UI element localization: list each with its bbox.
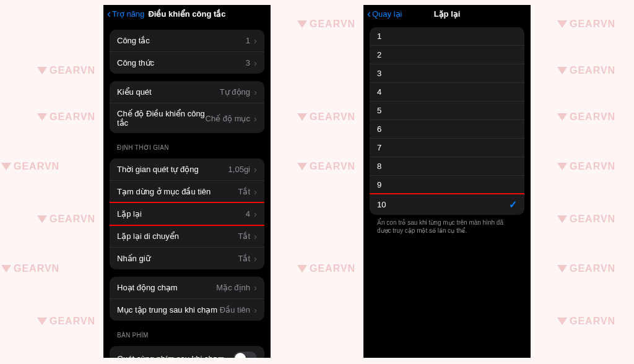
row-value: 1 [246, 36, 250, 45]
phone-right: ‹ Quay lại Lặp lại 12345678910✓ Ẩn con t… [363, 5, 531, 358]
option-label: 1 [377, 32, 517, 41]
option-row[interactable]: 7 [370, 139, 524, 157]
option-label: 3 [377, 69, 517, 78]
row-value: 4 [246, 209, 250, 219]
checkmark-icon: ✓ [509, 199, 517, 210]
row-value: Tắt [238, 187, 250, 196]
section-timing-label: ĐỊNH THỜI GIAN [117, 144, 257, 151]
nav-header: ‹ Quay lại Lặp lại [363, 5, 531, 22]
back-label: Quay lại [372, 9, 402, 19]
option-label: 7 [377, 143, 517, 152]
group-touch: Hoạt động chạmMặc định›Mục tập trung sau… [110, 277, 264, 321]
chevron-left-icon: ‹ [367, 8, 371, 19]
toggle-knob [235, 353, 246, 358]
option-label: 4 [377, 87, 517, 97]
row-label: Thời gian quét tự động [117, 165, 228, 174]
footer-note: Ẩn con trỏ sau khi từng mục trên màn hìn… [377, 219, 517, 235]
option-row[interactable]: 5 [370, 102, 524, 120]
back-label: Trợ năng [112, 9, 144, 19]
back-button[interactable]: ‹ Trợ năng [107, 8, 144, 19]
row-label: Tạm dừng ở mục đầu tiên [117, 187, 238, 196]
chevron-right-icon: › [254, 209, 257, 219]
settings-row[interactable]: Kiểu quétTự động› [110, 81, 264, 103]
settings-row[interactable]: Mục tập trung sau khi chạmĐầu tiên› [110, 299, 264, 321]
settings-row[interactable]: Chế độ Điều khiển công tắcChế độ mục› [110, 103, 264, 133]
row-label: Lặp lại [117, 209, 246, 219]
settings-row[interactable]: Công tắc1› [110, 30, 264, 52]
chevron-right-icon: › [254, 282, 257, 293]
option-row[interactable]: 6 [370, 120, 524, 139]
group-keyboard: Quét cùng phím sau khi chạmLuôn chạm trê… [110, 346, 264, 358]
row-label: Công thức [117, 58, 246, 67]
chevron-right-icon: › [254, 231, 257, 241]
chevron-right-icon: › [254, 58, 257, 68]
option-label: 6 [377, 124, 517, 134]
option-row[interactable]: 4 [370, 83, 524, 102]
row-value: Tắt [238, 254, 250, 263]
option-row[interactable]: 8 [370, 157, 524, 176]
row-label: Nhấn giữ [117, 254, 238, 263]
option-label: 10 [377, 200, 509, 209]
settings-row[interactable]: Nhấn giữTắt› [110, 248, 264, 269]
option-row[interactable]: 2 [370, 46, 524, 64]
chevron-left-icon: ‹ [107, 8, 111, 19]
row-value: Tự động [220, 87, 250, 97]
toggle-switch[interactable] [233, 352, 257, 358]
settings-row[interactable]: Thời gian quét tự động1,05gi› [110, 158, 264, 181]
settings-row[interactable]: Lặp lại4› [110, 203, 264, 225]
option-row[interactable]: 3 [370, 64, 524, 83]
chevron-right-icon: › [254, 35, 257, 46]
row-label: Lặp lại di chuyển [117, 232, 238, 241]
row-label: Công tắc [117, 36, 246, 45]
nav-header: ‹ Trợ năng Điều khiển công tắc [103, 5, 271, 22]
option-row[interactable]: 1 [370, 27, 524, 46]
section-keyboard-label: BÀN PHÍM [117, 332, 257, 339]
row-label: Quét cùng phím sau khi chạm [117, 354, 233, 358]
row-value: Chế độ mục [206, 114, 250, 123]
option-row[interactable]: 10✓ [370, 194, 524, 215]
chevron-right-icon: › [254, 253, 257, 264]
option-label: 9 [377, 180, 517, 189]
chevron-right-icon: › [254, 186, 257, 197]
group-timing: Thời gian quét tự động1,05gi›Tạm dừng ở … [110, 158, 264, 269]
row-value: Tắt [238, 232, 250, 241]
option-label: 2 [377, 50, 517, 59]
settings-row[interactable]: Hoạt động chạmMặc định› [110, 277, 264, 299]
chevron-right-icon: › [254, 305, 257, 315]
group-switches: Công tắc1›Công thức3› [110, 30, 264, 74]
back-button[interactable]: ‹ Quay lại [367, 8, 402, 19]
chevron-right-icon: › [254, 113, 257, 124]
group-scan-style: Kiểu quétTự động›Chế độ Điều khiển công … [110, 81, 264, 133]
settings-row[interactable]: Lặp lại di chuyểnTắt› [110, 225, 264, 248]
row-value: Mặc định [216, 283, 250, 292]
row-value: 1,05gi [228, 165, 250, 174]
chevron-right-icon: › [254, 164, 257, 175]
group-repeat-options: 12345678910✓ [370, 27, 524, 215]
chevron-right-icon: › [254, 87, 257, 97]
option-label: 5 [377, 106, 517, 115]
row-label: Hoạt động chạm [117, 283, 216, 292]
phone-left: ‹ Trợ năng Điều khiển công tắc Công tắc1… [103, 5, 271, 358]
row-label: Kiểu quét [117, 87, 220, 97]
page-title: Lặp lại [434, 9, 461, 19]
settings-row[interactable]: Quét cùng phím sau khi chạm [110, 346, 264, 358]
row-label: Chế độ Điều khiển công tắc [117, 109, 206, 128]
option-row[interactable]: 9 [370, 176, 524, 194]
row-value: 3 [246, 58, 250, 67]
row-label: Mục tập trung sau khi chạm [117, 305, 220, 314]
option-label: 8 [377, 162, 517, 171]
settings-row[interactable]: Công thức3› [110, 52, 264, 74]
settings-row[interactable]: Tạm dừng ở mục đầu tiênTắt› [110, 181, 264, 203]
page-title: Điều khiển công tắc [148, 9, 225, 19]
row-value: Đầu tiên [220, 305, 250, 314]
